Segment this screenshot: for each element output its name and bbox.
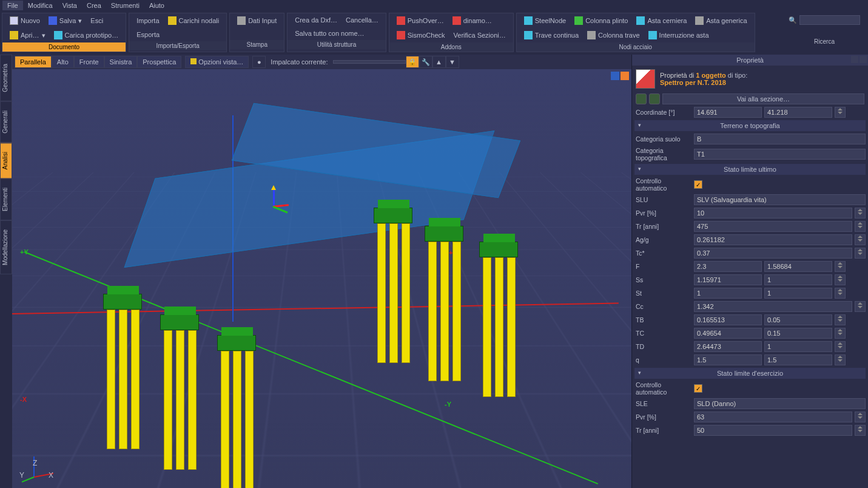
down-icon[interactable]: ▼ xyxy=(446,56,459,68)
btn-steelnode[interactable]: SteelNode xyxy=(520,15,570,27)
val-cc[interactable]: 1.342 xyxy=(694,301,852,312)
view-parallela[interactable]: Parallela xyxy=(15,56,52,68)
val-cat-suolo[interactable]: B xyxy=(694,134,866,144)
up-icon[interactable]: ▲ xyxy=(432,56,446,68)
menu-crea[interactable]: Crea xyxy=(82,1,106,10)
side-tab-generali[interactable]: Generali xyxy=(0,101,12,143)
val-slu[interactable]: SLV (Salvaguardia vita) xyxy=(694,194,866,205)
nav-next-icon[interactable] xyxy=(649,93,660,104)
stepper[interactable] xyxy=(855,301,866,312)
val-q2[interactable]: 1.5 xyxy=(764,354,832,365)
btn-toggle-1[interactable]: ● xyxy=(252,56,266,68)
btn-carica-prototipo[interactable]: Carica prototipo… xyxy=(50,29,123,41)
view-prospettica[interactable]: Prospettica xyxy=(137,56,181,68)
lock-icon[interactable]: 🔒 xyxy=(406,56,419,68)
close-icon[interactable] xyxy=(860,56,867,63)
stepper[interactable] xyxy=(855,425,866,436)
btn-crea-dxf[interactable]: Crea da Dxf… xyxy=(291,15,341,25)
val-tc2[interactable]: 0.15 xyxy=(764,328,832,339)
btn-opzioni-vista[interactable]: Opzioni vista… xyxy=(185,56,249,68)
val-cat-topo[interactable]: T1 xyxy=(694,149,866,160)
val-q1[interactable]: 1.5 xyxy=(694,354,762,365)
val-sle[interactable]: SLD (Danno) xyxy=(694,398,866,409)
side-tab-modellazione[interactable]: Modellazione xyxy=(0,220,12,274)
vp-min-icon[interactable] xyxy=(611,72,619,80)
menu-vista[interactable]: Vista xyxy=(58,1,82,10)
val-ss2[interactable]: 1 xyxy=(764,274,832,285)
btn-apri[interactable]: Apri…▾ xyxy=(6,29,49,41)
val-coord-lat[interactable]: 41.218 xyxy=(764,107,832,118)
properties-body[interactable]: Coordinate [°] 14.691 41.218 Terreno e t… xyxy=(632,106,868,488)
btn-salva[interactable]: Salva▾ xyxy=(45,15,86,27)
stepper[interactable] xyxy=(835,261,846,272)
stepper[interactable] xyxy=(835,314,846,325)
val-pvr[interactable]: 10 xyxy=(694,208,852,219)
chk-ctrl-auto-slu[interactable]: ✓ xyxy=(694,180,702,189)
btn-cancella[interactable]: Cancella… xyxy=(342,15,382,25)
btn-nuovo[interactable]: Nuovo xyxy=(6,15,44,27)
search-input[interactable] xyxy=(799,15,860,25)
val-tb1[interactable]: 0.165513 xyxy=(694,314,762,325)
stepper[interactable] xyxy=(855,412,866,422)
menu-aiuto[interactable]: Aiuto xyxy=(144,1,169,10)
btn-asta-cerniera[interactable]: Asta cerniera xyxy=(633,15,690,27)
val-tcs[interactable]: 0.37 xyxy=(694,248,852,259)
side-tab-elementi[interactable]: Elementi xyxy=(0,178,12,220)
goto-section-dropdown[interactable]: Vai alla sezione… xyxy=(662,93,864,104)
val-f2[interactable]: 1.58684 xyxy=(764,261,832,272)
wrench-icon[interactable]: 🔧 xyxy=(419,56,432,68)
section-slu[interactable]: Stato limite ultimo xyxy=(634,164,866,175)
btn-asta-generica[interactable]: Asta generica xyxy=(691,15,750,27)
stepper[interactable] xyxy=(835,341,846,352)
val-st1[interactable]: 1 xyxy=(694,288,762,299)
btn-interruzione[interactable]: Interruzione asta xyxy=(645,29,713,41)
btn-carichi[interactable]: Carichi nodali xyxy=(164,15,223,27)
val-td2[interactable]: 1 xyxy=(764,341,832,352)
btn-dati-input[interactable]: Dati Input xyxy=(234,15,280,27)
btn-sismocheck[interactable]: SismoCheck xyxy=(393,29,449,41)
btn-esporta[interactable]: Esporta xyxy=(133,29,163,40)
vp-close-icon[interactable] xyxy=(621,72,629,80)
val-f1[interactable]: 2.3 xyxy=(694,261,762,272)
btn-verifica-sez[interactable]: Verifica Sezioni… xyxy=(450,30,510,41)
pin-icon[interactable] xyxy=(851,56,858,63)
view-alto[interactable]: Alto xyxy=(52,56,74,68)
stepper[interactable] xyxy=(835,107,846,118)
stepper[interactable] xyxy=(835,288,846,299)
val-st2[interactable]: 1 xyxy=(764,288,832,299)
btn-pushover[interactable]: PushOver… xyxy=(393,15,448,27)
chk-ctrl-auto-sle[interactable]: ✓ xyxy=(694,384,702,393)
side-tab-geometria[interactable]: Geometria xyxy=(0,55,12,101)
3d-viewport[interactable]: +Y -X +X -Y xyxy=(12,69,631,488)
stepper[interactable] xyxy=(835,354,846,365)
val-td1[interactable]: 2.64473 xyxy=(694,341,762,352)
val-pvr2[interactable]: 63 xyxy=(694,412,852,422)
btn-dinamo[interactable]: dinamo… xyxy=(449,15,496,27)
stepper[interactable] xyxy=(835,328,846,339)
menu-strumenti[interactable]: Strumenti xyxy=(106,1,144,10)
side-tab-analisi[interactable]: Analisi xyxy=(0,143,12,178)
stepper[interactable] xyxy=(855,248,866,259)
btn-trave-continua[interactable]: Trave continua xyxy=(520,29,582,41)
val-tr2[interactable]: 50 xyxy=(694,425,852,436)
btn-colonna-plinto[interactable]: Colonna plinto xyxy=(571,15,631,27)
val-coord-lon[interactable]: 14.691 xyxy=(694,107,762,118)
view-fronte[interactable]: Fronte xyxy=(74,56,104,68)
val-tr[interactable]: 475 xyxy=(694,221,852,232)
stepper[interactable] xyxy=(855,208,866,219)
nav-prev-icon[interactable] xyxy=(636,93,647,104)
btn-colonna-trave[interactable]: Colonna trave xyxy=(584,29,644,41)
stepper[interactable] xyxy=(855,234,866,245)
val-agg[interactable]: 0.261182 xyxy=(694,234,852,245)
view-sinistra[interactable]: Sinistra xyxy=(104,56,138,68)
menu-file[interactable]: File xyxy=(2,1,23,10)
btn-salva-tutto[interactable]: Salva tutto con nome… xyxy=(291,28,368,39)
section-terreno[interactable]: Terreno e topografia xyxy=(634,120,866,131)
section-sle[interactable]: Stato limite d'esercizio xyxy=(634,368,866,379)
chevron-down-icon[interactable]: ▾ xyxy=(78,17,82,25)
btn-importa[interactable]: Importa xyxy=(133,15,163,26)
btn-esci[interactable]: Esci xyxy=(87,15,107,26)
chevron-down-icon[interactable]: ▾ xyxy=(42,32,45,39)
impalcato-dropdown[interactable] xyxy=(333,60,406,64)
stepper[interactable] xyxy=(835,274,846,285)
